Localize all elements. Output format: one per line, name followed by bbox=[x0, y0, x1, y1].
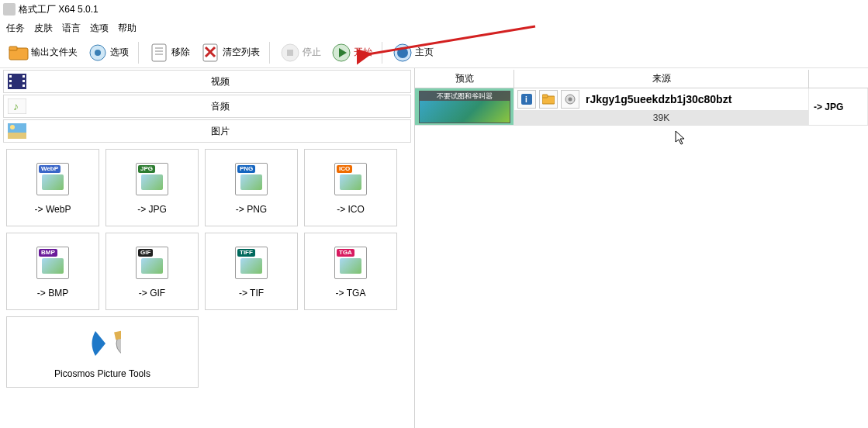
task-list-header: 预览 来源 bbox=[415, 70, 868, 88]
format-jpg[interactable]: JPG -> JPG bbox=[105, 149, 199, 226]
header-source[interactable]: 来源 bbox=[514, 70, 809, 88]
toolbar-remove[interactable]: 移除 bbox=[145, 40, 193, 65]
preview-thumbnail: 不要试图和爷叫嚣 bbox=[419, 91, 510, 123]
info-button[interactable]: i bbox=[517, 90, 536, 109]
window-title: 格式工厂 X64 5.0.1 bbox=[19, 3, 99, 16]
category-audio-label: 音频 bbox=[30, 100, 410, 113]
task-source: i rJkgy1g5ueekdzb1j30c80bzt 39K bbox=[514, 88, 809, 125]
ico-file-icon: ICO bbox=[332, 160, 369, 198]
gif-file-icon: GIF bbox=[133, 244, 171, 281]
format-png-label: -> PNG bbox=[236, 204, 267, 215]
svg-text:♪: ♪ bbox=[13, 100, 19, 112]
menu-language[interactable]: 语言 bbox=[62, 22, 81, 35]
main-area: 视频 ♪ 音频 图片 WebP -> WebP JPG bbox=[0, 68, 868, 428]
png-file-icon: PNG bbox=[233, 160, 270, 198]
gear-icon bbox=[87, 42, 109, 64]
picosmos-icon bbox=[84, 325, 121, 362]
task-filesize: 39K bbox=[514, 110, 808, 125]
toolbar-output-folder[interactable]: 输出文件夹 bbox=[5, 40, 81, 65]
category-video-label: 视频 bbox=[30, 75, 410, 88]
video-icon bbox=[7, 73, 27, 90]
format-bmp[interactable]: BMP -> BMP bbox=[6, 233, 99, 310]
svg-rect-27 bbox=[8, 133, 26, 139]
remove-icon bbox=[148, 42, 170, 64]
format-grid: WebP -> WebP JPG -> JPG PNG -> PNG ICO bbox=[0, 143, 414, 394]
toolbar-clear[interactable]: 清空列表 bbox=[196, 40, 263, 65]
toolbar-separator bbox=[382, 42, 382, 64]
svg-rect-1 bbox=[9, 47, 17, 50]
svg-rect-12 bbox=[287, 50, 293, 56]
folder-icon bbox=[8, 42, 29, 64]
format-ico-label: -> ICO bbox=[337, 204, 365, 215]
svg-point-28 bbox=[10, 125, 15, 129]
category-audio[interactable]: ♪ 音频 bbox=[3, 95, 411, 118]
jpg-file-icon: JPG bbox=[133, 160, 171, 198]
format-png[interactable]: PNG -> PNG bbox=[205, 149, 298, 226]
toolbar-remove-label: 移除 bbox=[171, 46, 190, 59]
menu-options[interactable]: 选项 bbox=[90, 22, 109, 35]
format-tif[interactable]: TIFF -> TIF bbox=[205, 233, 298, 310]
menu-help[interactable]: 帮助 bbox=[118, 22, 137, 35]
home-icon bbox=[392, 42, 413, 64]
svg-rect-19 bbox=[9, 80, 12, 82]
toolbar-separator bbox=[138, 42, 139, 64]
task-output-format: -> JPG bbox=[809, 88, 868, 125]
category-picture[interactable]: 图片 bbox=[3, 119, 411, 143]
format-picosmos[interactable]: Picosmos Picture Tools bbox=[6, 316, 199, 388]
category-picture-label: 图片 bbox=[30, 125, 410, 138]
format-gif-label: -> GIF bbox=[139, 288, 165, 299]
header-output[interactable] bbox=[809, 70, 868, 88]
left-panel: 视频 ♪ 音频 图片 WebP -> WebP JPG bbox=[0, 68, 415, 428]
toolbar-output-label: 输出文件夹 bbox=[31, 46, 78, 59]
svg-rect-22 bbox=[22, 80, 25, 82]
tga-file-icon: TGA bbox=[332, 244, 369, 281]
menu-skin[interactable]: 皮肤 bbox=[34, 22, 53, 35]
title-bar: 格式工厂 X64 5.0.1 bbox=[0, 0, 868, 19]
preview-caption: 不要试图和爷叫嚣 bbox=[420, 91, 510, 101]
open-folder-button[interactable] bbox=[539, 90, 558, 109]
svg-rect-23 bbox=[22, 85, 25, 87]
format-tga[interactable]: TGA -> TGA bbox=[304, 233, 397, 310]
format-bmp-label: -> BMP bbox=[37, 288, 68, 299]
task-row[interactable]: 不要试图和爷叫嚣 i rJkgy1g5ueekdzb1j30c80bzt bbox=[415, 88, 868, 126]
menu-task[interactable]: 任务 bbox=[6, 22, 25, 35]
task-filename: rJkgy1g5ueekdzb1j30c80bzt bbox=[586, 93, 731, 105]
menu-bar: 任务 皮肤 语言 选项 帮助 bbox=[0, 19, 868, 37]
toolbar-start-label: 开始 bbox=[354, 46, 372, 59]
svg-point-16 bbox=[397, 47, 408, 58]
toolbar-options-label: 选项 bbox=[110, 46, 129, 59]
right-panel: 预览 来源 不要试图和爷叫嚣 i bbox=[415, 68, 868, 428]
stop-icon bbox=[279, 42, 301, 64]
svg-rect-18 bbox=[9, 75, 12, 78]
toolbar-options[interactable]: 选项 bbox=[84, 40, 132, 65]
toolbar-start[interactable]: 开始 bbox=[327, 40, 375, 65]
app-icon bbox=[3, 3, 16, 16]
header-preview[interactable]: 预览 bbox=[415, 70, 514, 88]
format-jpg-label: -> JPG bbox=[137, 204, 167, 215]
clear-icon bbox=[199, 42, 221, 64]
toolbar-clear-label: 清空列表 bbox=[223, 46, 260, 59]
format-tga-label: -> TGA bbox=[336, 288, 366, 299]
toolbar-separator bbox=[269, 42, 270, 64]
svg-rect-20 bbox=[9, 85, 12, 87]
svg-rect-21 bbox=[22, 75, 25, 78]
format-webp-label: -> WebP bbox=[35, 204, 71, 215]
format-gif[interactable]: GIF -> GIF bbox=[105, 233, 199, 310]
category-video[interactable]: 视频 bbox=[3, 70, 411, 93]
toolbar-home[interactable]: 主页 bbox=[389, 40, 437, 65]
format-picosmos-label: Picosmos Picture Tools bbox=[54, 368, 150, 379]
format-ico[interactable]: ICO -> ICO bbox=[304, 149, 397, 226]
svg-rect-35 bbox=[542, 95, 548, 98]
svg-rect-4 bbox=[152, 44, 166, 61]
format-tif-label: -> TIF bbox=[239, 288, 264, 299]
settings-button[interactable] bbox=[561, 90, 579, 109]
audio-icon: ♪ bbox=[7, 98, 27, 115]
webp-file-icon: WebP bbox=[34, 160, 71, 198]
toolbar-stop-label: 停止 bbox=[303, 46, 321, 59]
svg-rect-31 bbox=[114, 330, 121, 340]
bmp-file-icon: BMP bbox=[34, 244, 71, 281]
toolbar-home-label: 主页 bbox=[415, 46, 434, 59]
picture-icon bbox=[7, 123, 27, 140]
format-webp[interactable]: WebP -> WebP bbox=[6, 149, 99, 226]
svg-text:i: i bbox=[525, 95, 527, 104]
